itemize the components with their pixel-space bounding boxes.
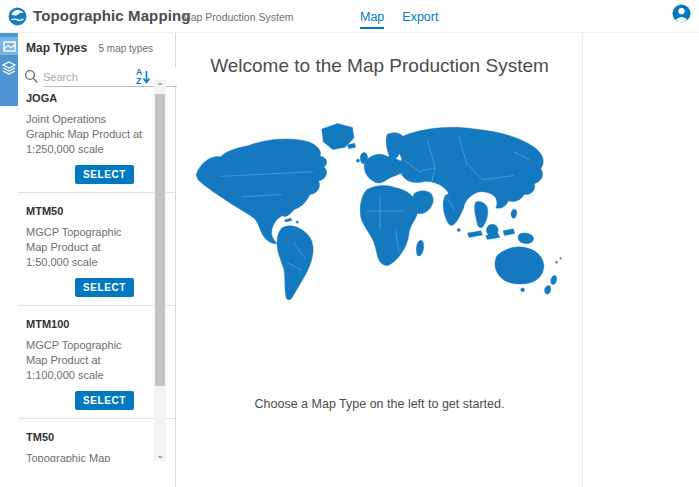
map-type-name: MTM100: [26, 314, 154, 338]
world-map: [183, 99, 577, 331]
panel-header: Map Types 5 map types: [18, 41, 175, 55]
select-mtm50-button[interactable]: SELECT: [75, 278, 134, 297]
header-tabs: Map Export: [360, 0, 438, 33]
map-widget-icon[interactable]: [0, 37, 18, 55]
app-subtitle: Map Production System: [182, 11, 293, 23]
map-type-description: Topographic Map Product at 1:50,000 scal…: [26, 451, 144, 462]
map-type-description: MGCP Topographic Map Product at 1:100,00…: [26, 338, 144, 383]
tab-export[interactable]: Export: [402, 0, 438, 33]
scroll-down-icon[interactable]: ⌄: [154, 449, 166, 461]
list-item-mtm50: MTM50 MGCP Topographic Map Product at 1:…: [18, 193, 176, 306]
widget-toolbar: [0, 33, 18, 106]
app-header: Topographic Mapping Map Production Syste…: [0, 0, 699, 33]
instruction-text: Choose a Map Type on the left to get sta…: [177, 397, 582, 411]
main-panel: Welcome to the Map Production System: [177, 33, 583, 487]
map-types-panel: Map Types 5 map types A Z JOGA Joint Ope…: [18, 33, 176, 487]
select-joga-button[interactable]: SELECT: [75, 165, 134, 184]
globe-logo-icon: [8, 7, 27, 26]
scroll-up-icon[interactable]: ⌃: [154, 80, 166, 92]
list-item-mtm100: MTM100 MGCP Topographic Map Product at 1…: [18, 306, 176, 419]
list-item-joga: JOGA Joint Operations Graphic Map Produc…: [18, 80, 176, 193]
user-account-icon[interactable]: [672, 4, 691, 23]
scrollbar-thumb[interactable]: [155, 94, 165, 386]
map-type-name: TM50: [26, 427, 154, 451]
map-type-description: Joint Operations Graphic Map Product at …: [26, 112, 144, 157]
map-type-name: JOGA: [26, 88, 154, 112]
welcome-heading: Welcome to the Map Production System: [177, 55, 582, 77]
select-mtm100-button[interactable]: SELECT: [75, 391, 134, 410]
map-type-description: MGCP Topographic Map Product at 1:50,000…: [26, 225, 144, 270]
map-types-count: 5 map types: [99, 43, 153, 54]
layers-widget-icon[interactable]: [0, 59, 18, 77]
list-item-tm50: TM50 Topographic Map Product at 1:50,000…: [18, 419, 176, 462]
map-type-name: MTM50: [26, 201, 154, 225]
app-title: Topographic Mapping: [33, 7, 190, 24]
panel-title: Map Types: [26, 41, 87, 55]
sidebar-scrollbar[interactable]: ⌃ ⌄: [154, 80, 166, 461]
map-types-list: JOGA Joint Operations Graphic Map Produc…: [18, 80, 176, 462]
tab-map[interactable]: Map: [360, 0, 384, 33]
